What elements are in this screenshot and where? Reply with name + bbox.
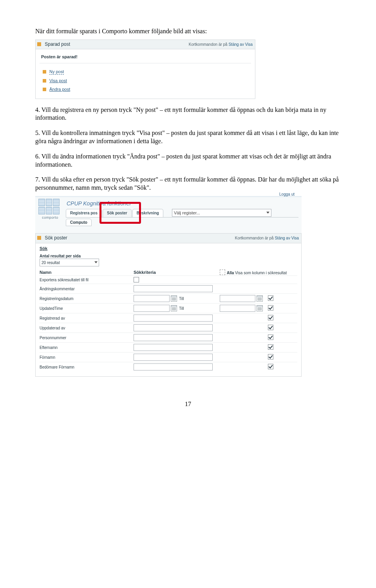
para-4: 4. Vill du registrera en ny person tryck… xyxy=(35,106,341,122)
col-header-sokkriteria: Sökkriteria xyxy=(134,270,220,275)
search-row: UpdatedTimeTill xyxy=(40,303,297,313)
tabs-row: Registrera pos Sök poster Beskrivning Vä… xyxy=(66,209,298,218)
para-6: 6. Vill du ändra informationen tryck "Än… xyxy=(35,153,341,169)
kortkommando-prefix: Kortkommandon är på xyxy=(189,42,229,47)
header-right-text: Kortkommandon är på Stäng av Visa xyxy=(189,42,253,47)
row-name: Exportera sökresultatet till fil xyxy=(40,277,134,282)
col-header-visa: Alla Visa som kolumn i sökresultat xyxy=(220,270,297,275)
register-select[interactable]: Välj register... xyxy=(172,209,271,217)
criteria-input[interactable] xyxy=(134,285,213,292)
link-stang-av[interactable]: Stäng av xyxy=(228,42,244,47)
link-andra-post-label: Ändra post xyxy=(49,86,70,92)
comporto-screenshot: comporto Logga ut CPUP Kognitiva funktio… xyxy=(35,196,302,377)
search-row: RegistreringsdatumTill xyxy=(40,293,297,303)
panel-header: Sparad post Kortkommandon är på Stäng av… xyxy=(36,40,255,50)
row-name: Förnamn xyxy=(40,355,134,360)
search-row: Bedömare Förnamn xyxy=(40,362,297,372)
search-row: Personnummer xyxy=(40,333,297,342)
bullet-icon xyxy=(43,79,46,83)
tab-registrera[interactable]: Registrera pos xyxy=(66,209,102,217)
intro-paragraph: När ditt formulär sparats i Comporto kom… xyxy=(35,27,341,36)
search-row: Registrerad av xyxy=(40,313,297,323)
link-visa-post-label: Visa post xyxy=(49,78,67,83)
saved-post-panel: Sparad post Kortkommandon är på Stäng av… xyxy=(35,40,255,99)
criteria-input[interactable] xyxy=(134,324,213,331)
action-ny-post[interactable]: Ny post xyxy=(40,67,251,76)
search-row: Exportera sökresultatet till fil xyxy=(40,275,297,284)
saved-message: Posten är sparad! xyxy=(40,52,251,63)
para-7: 7. Vill du söka efter en person tryck "S… xyxy=(35,176,341,192)
till-label: Till xyxy=(178,306,184,311)
para-5: 5. Vill du kontrollera inmatningen tryck… xyxy=(35,129,341,146)
row-name: Efternamn xyxy=(40,345,134,350)
row-name: Ändringskommentar xyxy=(40,286,134,291)
show-column-checkbox[interactable] xyxy=(268,325,273,330)
per-page-label: Antal resultat per sida xyxy=(40,252,297,259)
row-name: Registreringsdatum xyxy=(40,296,134,301)
row-name: Registrerad av xyxy=(40,316,134,321)
link-visa[interactable]: Visa xyxy=(245,42,253,47)
search-panel-title: Sök poster xyxy=(45,235,67,241)
page-number: 17 xyxy=(35,377,341,408)
show-column-checkbox[interactable] xyxy=(268,315,273,320)
header-square-icon xyxy=(37,42,41,46)
criteria-input[interactable] xyxy=(134,305,170,312)
kortkommando-prefix: Kortkommandon är på xyxy=(235,236,275,240)
bullet-icon xyxy=(43,88,46,91)
alla-checkbox[interactable] xyxy=(220,270,225,275)
calendar-icon[interactable] xyxy=(257,295,263,302)
sub-tab-computo[interactable]: Computo xyxy=(66,219,92,226)
link-ny-post-label: Ny post xyxy=(49,69,64,75)
row-name: UpdatedTime xyxy=(40,306,134,311)
criteria-input[interactable] xyxy=(134,315,213,322)
calendar-icon[interactable] xyxy=(171,305,177,311)
link-stang-av[interactable]: Stäng av xyxy=(275,236,290,240)
sok-link[interactable]: Sök xyxy=(40,245,47,252)
header-square-icon xyxy=(37,236,41,240)
header-right-text: Kortkommandon är på Stäng av Visa xyxy=(235,236,299,241)
col-header-namn: Namn xyxy=(40,270,134,275)
calendar-icon[interactable] xyxy=(171,295,177,302)
show-column-checkbox[interactable] xyxy=(268,344,273,350)
criteria-input[interactable] xyxy=(220,295,255,302)
show-column-checkbox[interactable] xyxy=(268,305,273,311)
link-visa[interactable]: Visa xyxy=(291,236,299,240)
register-select-label: Välj register... xyxy=(174,210,200,216)
results-per-page-select[interactable]: 20 resultat xyxy=(40,259,99,266)
show-column-checkbox[interactable] xyxy=(268,295,273,301)
criteria-input[interactable] xyxy=(134,363,213,370)
logo-text: comporto xyxy=(38,214,62,220)
criteria-input[interactable] xyxy=(134,344,213,351)
show-column-checkbox[interactable] xyxy=(268,364,273,369)
bullet-icon xyxy=(43,70,46,74)
criteria-input[interactable] xyxy=(134,354,213,361)
calendar-icon[interactable] xyxy=(257,305,263,311)
app-title: CPUP Kognitiva funktioner xyxy=(66,199,298,209)
panel-title: Sparad post xyxy=(45,41,70,47)
logout-link[interactable]: Logga ut xyxy=(279,192,295,197)
criteria-input[interactable] xyxy=(134,295,170,302)
search-row: Uppdaterad av xyxy=(40,323,297,333)
row-name: Bedömare Förnamn xyxy=(40,365,134,370)
comporto-logo-icon xyxy=(38,199,60,214)
search-panel: Sök poster Kortkommandon är på Stäng av … xyxy=(35,233,302,377)
search-row: Förnamn xyxy=(40,352,297,362)
tab-sok-poster[interactable]: Sök poster xyxy=(103,209,132,217)
criteria-input[interactable] xyxy=(134,334,213,341)
row-name: Uppdaterad av xyxy=(40,325,134,331)
search-row: Ändringskommentar xyxy=(40,284,297,293)
criteria-input[interactable] xyxy=(220,305,255,312)
tab-beskrivning[interactable]: Beskrivning xyxy=(132,209,163,217)
show-column-checkbox[interactable] xyxy=(268,334,273,340)
action-andra-post[interactable]: Ändra post xyxy=(40,85,251,94)
search-row: Efternamn xyxy=(40,342,297,352)
action-visa-post[interactable]: Visa post xyxy=(40,76,251,85)
results-per-page-value: 20 resultat xyxy=(42,260,60,265)
row-name: Personnummer xyxy=(40,335,134,340)
show-column-checkbox[interactable] xyxy=(134,277,139,282)
show-column-checkbox[interactable] xyxy=(268,354,273,360)
till-label: Till xyxy=(178,296,184,301)
